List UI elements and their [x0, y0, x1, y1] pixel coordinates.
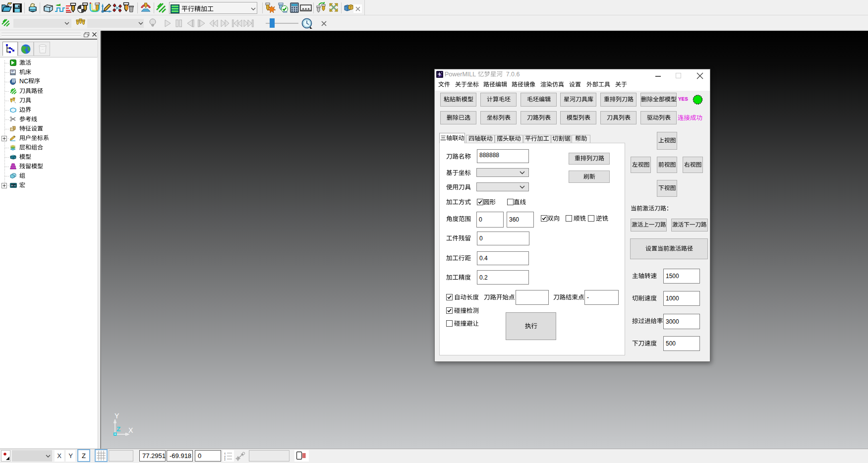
svg-text:z: z: [224, 458, 226, 461]
